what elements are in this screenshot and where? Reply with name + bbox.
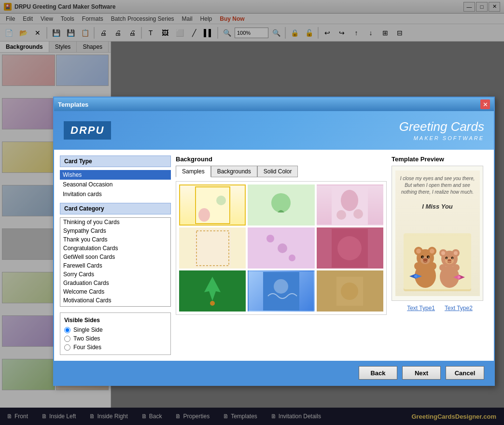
card-type-seasonal[interactable]: Seasonal Occasion [60, 180, 171, 189]
card-type-section: Card Type Wishes Seasonal Occasion Invit… [60, 156, 171, 355]
preview-card: I close my eyes and see you there, But w… [395, 170, 480, 296]
card-type-list: Wishes Seasonal Occasion Invitation card… [60, 170, 171, 199]
background-header: Background [176, 156, 387, 163]
visible-sides-section: Visible Sides Single Side Two Sides F [60, 312, 171, 355]
dialog-title: Templates [58, 101, 480, 108]
svg-point-8 [336, 210, 346, 220]
text-type-2-link[interactable]: Text Type2 [445, 305, 473, 312]
svg-rect-25 [404, 236, 471, 289]
radio-group: Single Side Two Sides Four Sides [64, 326, 167, 351]
svg-point-37 [427, 255, 430, 258]
svg-point-38 [422, 257, 423, 258]
svg-point-41 [414, 275, 417, 278]
card-category-header: Card Category [60, 203, 171, 214]
bg-sample-8[interactable] [248, 270, 314, 312]
cat-farewell[interactable]: Farewell Cards [60, 261, 170, 270]
svg-point-49 [454, 251, 458, 255]
dialog-close-button[interactable]: ✕ [480, 99, 490, 109]
bg-sample-6[interactable] [317, 227, 383, 269]
cat-retirement[interactable]: Retirement Cards [60, 305, 170, 307]
back-button[interactable]: Back [359, 366, 397, 380]
svg-point-3 [216, 196, 226, 205]
radio-two-input[interactable] [64, 336, 70, 342]
svg-point-34 [430, 249, 434, 254]
dialog-overlay: Templates ✕ DRPU Greeting Cards MAKER SO… [0, 0, 504, 425]
bg-sample-4[interactable] [179, 227, 246, 269]
svg-point-32 [416, 249, 421, 254]
svg-point-17 [337, 236, 362, 260]
background-section: Background Samples Backgrounds Solid Col… [176, 156, 387, 355]
text-type-row: Text Type1 Text Type2 [392, 305, 488, 312]
svg-point-56 [458, 276, 461, 279]
svg-point-14 [278, 243, 287, 253]
visible-sides-header: Visible Sides [64, 317, 167, 324]
radio-two[interactable]: Two Sides [64, 335, 167, 342]
radio-single-input[interactable] [64, 327, 70, 333]
bg-sample-7[interactable] [179, 270, 246, 312]
cat-graduation[interactable]: Graduation Cards [60, 279, 170, 287]
svg-point-36 [421, 255, 424, 258]
card-type-header: Card Type [60, 156, 171, 167]
bg-sample-2[interactable] [248, 184, 314, 226]
bears-illustration [404, 233, 471, 291]
svg-point-39 [428, 257, 429, 258]
svg-point-55 [448, 259, 451, 262]
preview-text: I close my eyes and see you there, But w… [400, 175, 475, 211]
svg-point-54 [452, 258, 453, 259]
bg-tab-solidcolor[interactable]: Solid Color [257, 166, 298, 177]
card-category-section: Card Category Thinking of you Cards Symp… [60, 203, 171, 307]
preview-section: Template Preview I close my eyes and see… [392, 156, 488, 355]
template-preview-header: Template Preview [392, 156, 488, 163]
bg-tab-backgrounds[interactable]: Backgrounds [211, 166, 257, 177]
templates-dialog: Templates ✕ DRPU Greeting Cards MAKER SO… [53, 97, 495, 386]
bg-sample-5[interactable] [248, 227, 314, 269]
radio-two-label: Two Sides [73, 335, 100, 342]
dialog-footer: Back Next Cancel [54, 361, 494, 385]
cat-thinking[interactable]: Thinking of you Cards [60, 218, 170, 227]
dialog-body: Card Type Wishes Seasonal Occasion Invit… [54, 150, 494, 361]
radio-four-label: Four Sides [73, 344, 101, 351]
svg-point-19 [210, 301, 215, 306]
svg-point-5 [271, 193, 291, 212]
svg-point-9 [353, 209, 363, 219]
svg-point-40 [423, 258, 428, 261]
svg-point-13 [266, 235, 274, 242]
bears-svg [404, 236, 471, 289]
cat-motivational[interactable]: Motivational Cards [60, 296, 170, 305]
dialog-titlebar: Templates ✕ [54, 98, 494, 111]
radio-four-input[interactable] [64, 344, 70, 351]
next-button[interactable]: Next [402, 366, 441, 380]
bg-sample-9[interactable] [317, 270, 383, 312]
svg-point-47 [441, 251, 445, 255]
svg-point-53 [447, 258, 448, 259]
svg-point-21 [274, 279, 288, 294]
svg-point-24 [341, 283, 358, 300]
radio-single-label: Single Side [73, 326, 103, 333]
background-tabs: Samples Backgrounds Solid Color [176, 166, 387, 177]
radio-four[interactable]: Four Sides [64, 344, 167, 351]
svg-point-7 [341, 190, 358, 211]
cat-thankyou[interactable]: Thank you Cards [60, 235, 170, 244]
bg-sample-1[interactable] [179, 184, 246, 226]
svg-point-15 [289, 255, 295, 261]
text-type-1-link[interactable]: Text Type1 [407, 305, 435, 312]
radio-single[interactable]: Single Side [64, 326, 167, 333]
cat-sorry[interactable]: Sorry Cards [60, 270, 170, 279]
dialog-header: DRPU Greeting Cards MAKER SOFTWARE [54, 111, 494, 150]
svg-point-2 [198, 208, 210, 222]
bg-tab-samples[interactable]: Samples [176, 166, 211, 177]
svg-rect-10 [195, 229, 231, 268]
drpu-logo: DRPU [64, 121, 111, 140]
cat-welcome[interactable]: Welcome Cards [60, 287, 170, 296]
cat-sympathy[interactable]: Sympathy Cards [60, 227, 170, 235]
cat-getwell[interactable]: GetWell soon Cards [60, 253, 170, 261]
bg-sample-3[interactable] [317, 184, 383, 226]
preview-box: I close my eyes and see you there, But w… [392, 166, 483, 301]
card-type-wishes[interactable]: Wishes [60, 170, 171, 180]
card-category-list: Thinking of you Cards Sympathy Cards Tha… [60, 217, 171, 307]
card-type-invitation[interactable]: Invitation cards [60, 189, 171, 199]
cat-congratulation[interactable]: Congratulation Cards [60, 244, 170, 253]
cancel-button[interactable]: Cancel [446, 366, 484, 380]
greeting-logo: Greeting Cards MAKER SOFTWARE [399, 119, 484, 142]
background-grid [176, 181, 387, 315]
